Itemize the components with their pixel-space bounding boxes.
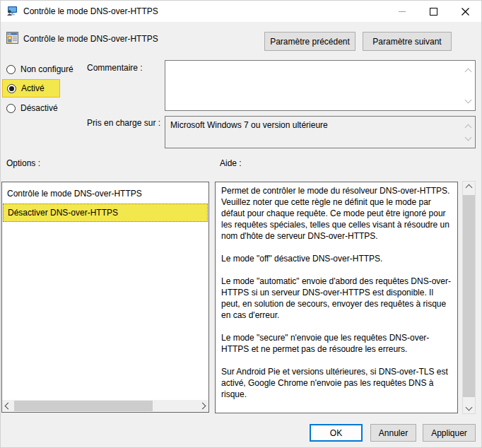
supported-on-label: Pris en charge sur :	[87, 118, 160, 128]
radio-label: Non configuré	[20, 64, 74, 74]
scroll-up-icon[interactable]	[463, 182, 475, 194]
window-title: Contrôle le mode DNS-over-HTTPS	[23, 6, 158, 16]
scrollbar-thumb[interactable]	[463, 195, 475, 397]
supported-on-value: Microsoft Windows 7 ou version ultérieur…	[170, 120, 328, 130]
help-paragraph: Permet de contrôler le mode du résolveur…	[221, 185, 453, 242]
cancel-button[interactable]: Annuler	[370, 424, 416, 442]
minimize-icon	[399, 11, 406, 12]
supported-on-box: Microsoft Windows 7 ou version ultérieur…	[165, 116, 476, 148]
scroll-up-icon[interactable]	[466, 66, 471, 76]
policy-setting-icon	[6, 32, 18, 44]
radio-icon[interactable]	[6, 104, 16, 113]
scroll-down-icon[interactable]	[466, 132, 471, 142]
close-button[interactable]	[449, 1, 481, 22]
radio-checked-icon[interactable]	[7, 84, 16, 93]
gpedit-app-icon	[6, 6, 18, 17]
help-paragraph: Le mode "automatic" envoie d'abord des r…	[221, 276, 453, 321]
scroll-left-icon[interactable]	[2, 400, 14, 412]
policy-setting-dialog: Contrôle le mode DNS-over-HTTPS	[0, 0, 482, 448]
help-paragraph: Si cette règle n'est pas définie, le nav…	[221, 411, 453, 413]
help-text-panel[interactable]: Permet de contrôler le mode du résolveur…	[215, 182, 458, 413]
help-paragraph: Sur Android Pie et versions ultérieures,…	[221, 366, 453, 400]
setting-title: Contrôle le mode DNS-over-HTTPS	[23, 34, 158, 44]
scroll-down-icon[interactable]	[463, 401, 475, 413]
radio-label: Activé	[21, 83, 45, 93]
option-item-disable-doh[interactable]: Désactiver DNS-over-HTTPS	[3, 204, 208, 222]
comment-textarea[interactable]	[165, 60, 476, 111]
options-label: Options :	[6, 158, 40, 168]
horizontal-scrollbar[interactable]	[2, 400, 208, 412]
radio-icon[interactable]	[6, 65, 16, 74]
minimize-button	[386, 1, 418, 22]
option-item-dns-mode[interactable]: Contrôle le mode DNS-over-HTTPS	[3, 184, 208, 203]
maximize-icon	[430, 8, 437, 16]
radio-not-configured[interactable]: Non configuré	[2, 60, 74, 78]
next-setting-button[interactable]: Paramètre suivant	[363, 32, 452, 51]
scrollbar-thumb[interactable]	[14, 401, 153, 411]
radio-disabled[interactable]: Désactivé	[2, 99, 58, 117]
radio-enabled[interactable]: Activé	[2, 79, 60, 98]
scroll-down-icon[interactable]	[466, 95, 471, 105]
previous-setting-button[interactable]: Paramètre précédent	[264, 32, 355, 51]
apply-button[interactable]: Appliquer	[423, 424, 476, 442]
comment-label: Commentaire :	[87, 63, 143, 73]
titlebar[interactable]: Contrôle le mode DNS-over-HTTPS	[1, 1, 482, 22]
maximize-button[interactable]	[418, 1, 449, 22]
help-paragraph: Le mode "off" désactive DNS-over-HTTPS.	[221, 253, 453, 264]
help-paragraph: Le mode "secure" n'envoie que les requêt…	[221, 332, 453, 355]
help-label: Aide :	[220, 158, 242, 168]
close-icon	[462, 8, 469, 16]
ok-button[interactable]: OK	[310, 424, 363, 442]
options-panel: Contrôle le mode DNS-over-HTTPS Désactiv…	[1, 182, 209, 413]
radio-label: Désactivé	[20, 103, 58, 113]
scroll-right-icon[interactable]	[196, 400, 208, 412]
scroll-up-icon[interactable]	[466, 122, 471, 132]
vertical-scrollbar[interactable]	[463, 182, 475, 413]
